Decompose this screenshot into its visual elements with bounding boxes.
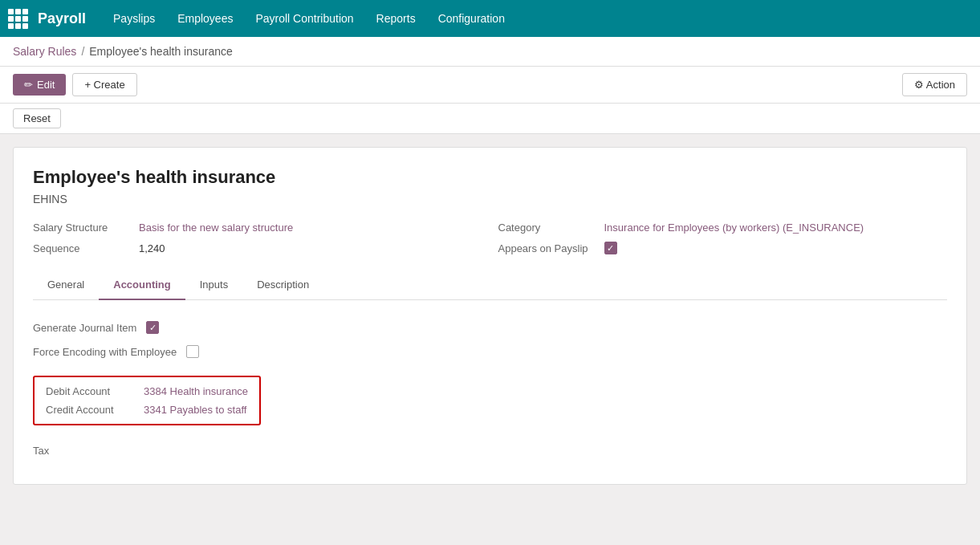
- force-encoding-label: Force Encoding with Employee: [33, 346, 177, 358]
- breadcrumb: Salary Rules / Employee's health insuran…: [0, 37, 980, 67]
- sub-toolbar: Reset: [0, 104, 980, 134]
- generate-journal-item-label: Generate Journal Item: [33, 322, 136, 334]
- debit-account-value[interactable]: 3384 Health insurance: [144, 385, 248, 397]
- appears-on-payslip-field: Appears on Payslip ✓: [498, 242, 948, 254]
- accounting-tab-content: Generate Journal Item ✓ Force Encoding w…: [33, 313, 947, 465]
- tab-inputs[interactable]: Inputs: [185, 270, 242, 300]
- main-content: Employee's health insurance EHINS Salary…: [0, 134, 980, 498]
- app-grid-icon[interactable]: [8, 9, 28, 29]
- tabs-container: General Accounting Inputs Description: [33, 270, 947, 300]
- category-field: Category Insurance for Employees (by wor…: [498, 222, 948, 234]
- create-button[interactable]: + Create: [72, 73, 136, 96]
- nav-reports[interactable]: Reports: [365, 0, 427, 37]
- appears-on-payslip-label: Appears on Payslip: [498, 242, 595, 254]
- credit-account-label: Credit Account: [46, 404, 134, 416]
- salary-structure-label: Salary Structure: [33, 222, 129, 234]
- tab-accounting[interactable]: Accounting: [99, 270, 185, 300]
- force-encoding-checkbox[interactable]: [186, 345, 199, 358]
- nav-payslips[interactable]: Payslips: [102, 0, 166, 37]
- salary-structure-value[interactable]: Basis for the new salary structure: [139, 222, 293, 234]
- form-fields: Salary Structure Basis for the new salar…: [33, 222, 947, 254]
- nav-employees[interactable]: Employees: [166, 0, 244, 37]
- form-card: Employee's health insurance EHINS Salary…: [13, 147, 967, 485]
- breadcrumb-current: Employee's health insurance: [89, 45, 233, 58]
- sequence-value: 1,240: [139, 242, 165, 254]
- force-encoding-field: Force Encoding with Employee: [33, 345, 947, 358]
- appears-on-payslip-checkbox[interactable]: ✓: [604, 242, 617, 254]
- breadcrumb-separator: /: [81, 45, 84, 58]
- action-button[interactable]: ⚙ Action: [902, 73, 967, 96]
- nav-payroll-contribution[interactable]: Payroll Contribution: [244, 0, 364, 37]
- sequence-label: Sequence: [33, 242, 129, 254]
- debit-account-row: Debit Account 3384 Health insurance: [46, 385, 248, 397]
- tab-description[interactable]: Description: [242, 270, 323, 300]
- top-navigation: Payroll Payslips Employees Payroll Contr…: [0, 0, 980, 37]
- app-title: Payroll: [38, 10, 86, 27]
- nav-configuration[interactable]: Configuration: [427, 0, 516, 37]
- salary-structure-field: Salary Structure Basis for the new salar…: [33, 222, 482, 234]
- category-label: Category: [498, 222, 595, 234]
- accounting-fields: Generate Journal Item ✓ Force Encoding w…: [33, 321, 947, 457]
- debit-account-label: Debit Account: [46, 385, 134, 397]
- tab-general[interactable]: General: [33, 270, 99, 300]
- edit-icon: ✏: [24, 79, 33, 91]
- edit-button[interactable]: ✏ Edit: [13, 74, 66, 96]
- main-toolbar: ✏ Edit + Create ⚙ Action: [0, 67, 980, 104]
- breadcrumb-link[interactable]: Salary Rules: [13, 45, 76, 58]
- tax-label: Tax: [33, 445, 121, 457]
- account-box: Debit Account 3384 Health insurance Cred…: [33, 376, 261, 425]
- credit-account-row: Credit Account 3341 Payables to staff: [46, 404, 248, 416]
- form-title: Employee's health insurance: [33, 167, 947, 188]
- tax-field: Tax: [33, 445, 947, 457]
- sequence-field: Sequence 1,240: [33, 242, 482, 254]
- category-value[interactable]: Insurance for Employees (by workers) (E_…: [604, 222, 864, 234]
- generate-journal-item-field: Generate Journal Item ✓: [33, 321, 947, 334]
- form-code: EHINS: [33, 193, 947, 205]
- reset-button[interactable]: Reset: [13, 108, 61, 128]
- credit-account-value[interactable]: 3341 Payables to staff: [144, 404, 246, 416]
- generate-journal-item-checkbox[interactable]: ✓: [146, 321, 159, 334]
